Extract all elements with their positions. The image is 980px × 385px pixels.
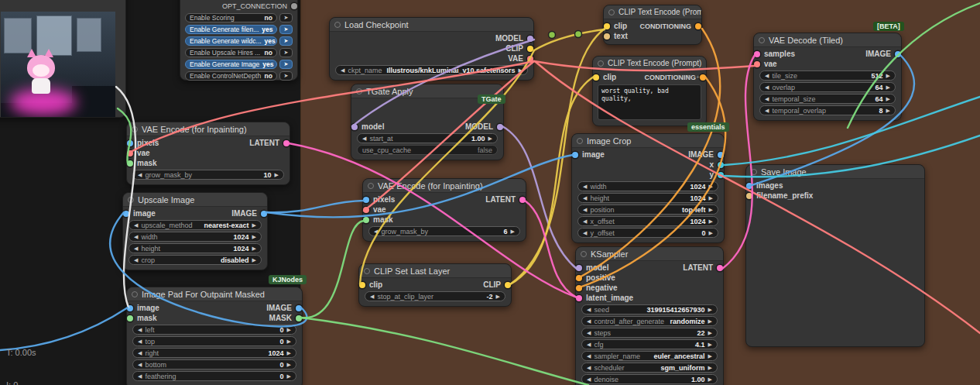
arrow-left-icon[interactable]: ◀ — [583, 230, 587, 235]
port-image-in[interactable] — [127, 305, 133, 311]
run-arrow-icon[interactable]: ➤ — [279, 60, 293, 69]
port-mask-in[interactable] — [127, 315, 133, 321]
port-text-in[interactable] — [604, 33, 610, 40]
widget-start-at[interactable]: ◀ start_at 1.00 ▶ — [357, 133, 498, 143]
arrow-left-icon[interactable]: ◀ — [362, 136, 366, 141]
port-latent-out[interactable] — [519, 197, 526, 203]
arrow-left-icon[interactable]: ◀ — [134, 222, 138, 228]
arrow-right-icon[interactable]: ▶ — [252, 257, 256, 263]
arrow-right-icon[interactable]: ▶ — [496, 294, 500, 299]
node-title-bar[interactable]: KSampler — [576, 247, 723, 261]
arrow-right-icon[interactable]: ▶ — [708, 307, 712, 312]
arrow-left-icon[interactable]: ◀ — [765, 96, 769, 101]
widget-height[interactable]: ◀ height 1024 ▶ — [128, 243, 262, 253]
node-upscale-image[interactable]: Upscale Image image IMAGE ◀ upscale_meth… — [122, 192, 268, 270]
port-image-out[interactable] — [296, 305, 302, 311]
widget-left[interactable]: ◀ left 0 ▶ — [132, 325, 296, 335]
node-ksampler[interactable]: KSampler model LATENT positive negative … — [575, 246, 724, 385]
toggle-row-enable-controlnetdepth[interactable]: Enable ControlNetDepthno ➤ — [185, 71, 293, 81]
node-vae-encode-inpainting-center[interactable]: VAE Encode (for Inpainting) pixels LATEN… — [362, 178, 526, 242]
node-clip-text-encode-a[interactable]: CLIP Text Encode (Prompt) clip CONDITION… — [603, 5, 702, 45]
text-widget-tool-icons[interactable]: ⊙ ⊕ + — [676, 74, 701, 81]
arrow-right-icon[interactable]: ▶ — [708, 365, 712, 370]
node-title-bar[interactable]: Upscale Image — [123, 193, 267, 207]
widget-seed[interactable]: ◀ seed 319915412657930 ▶ — [581, 304, 718, 315]
run-arrow-icon[interactable]: ➤ — [279, 13, 293, 22]
node-title-bar[interactable]: VAE Decode (Tiled) — [754, 33, 901, 47]
arrow-left-icon[interactable]: ◀ — [134, 246, 138, 251]
toggle-row-enable-generate-filename[interactable]: Enable Generate filen...yes ➤ — [185, 25, 293, 34]
prompt-textarea[interactable]: worst quality, bad quality, — [598, 84, 701, 120]
widget-scheduler[interactable]: ◀ scheduler sgm_uniform ▶ — [581, 363, 718, 373]
run-arrow-icon[interactable]: ➤ — [279, 36, 293, 46]
arrow-right-icon[interactable]: ▶ — [287, 350, 291, 356]
arrow-right-icon[interactable]: ▶ — [488, 136, 492, 141]
arrow-right-icon[interactable]: ▶ — [519, 67, 523, 73]
port-mask-out[interactable] — [296, 315, 302, 321]
toggle-row-enable-generate-wildcard[interactable]: Enable Generate wildc...yes ➤ — [185, 36, 293, 46]
widget-grow-mask-by[interactable]: ◀ grow_mask_by 6 ▶ — [368, 226, 520, 236]
arrow-right-icon[interactable]: ▶ — [708, 376, 712, 382]
port-image-out[interactable] — [718, 152, 724, 158]
collapse-dot[interactable] — [598, 60, 604, 67]
arrow-left-icon[interactable]: ◀ — [134, 257, 138, 263]
node-opt-connection[interactable]: OPT_CONNECTION Enable Scoringno ➤ Enable… — [180, 0, 298, 81]
port-clip-out[interactable] — [527, 46, 533, 52]
port-images-in[interactable] — [746, 183, 752, 189]
widget-y-offset[interactable]: ◀ y_offset 0 ▶ — [577, 228, 718, 238]
widget-bottom[interactable]: ◀ bottom 0 ▶ — [132, 359, 296, 370]
port-negative-in[interactable] — [576, 285, 582, 291]
arrow-left-icon[interactable]: ◀ — [341, 67, 344, 73]
widget-cfg[interactable]: ◀ cfg 4.1 ▶ — [581, 339, 718, 349]
port-mask-in[interactable] — [363, 217, 369, 223]
arrow-right-icon[interactable]: ▶ — [287, 362, 291, 367]
port-pixels-in[interactable] — [363, 197, 369, 203]
port-latent-image-in[interactable] — [576, 295, 582, 301]
arrow-left-icon[interactable]: ◀ — [138, 172, 142, 177]
port-filename-prefix-in[interactable] — [746, 193, 752, 199]
port-image-out[interactable] — [261, 211, 267, 217]
arrow-left-icon[interactable]: ◀ — [138, 350, 142, 356]
run-arrow-icon[interactable]: ➤ — [279, 48, 293, 57]
node-vae-decode-tiled[interactable]: VAE Decode (Tiled) samples IMAGE vae ◀ t… — [753, 33, 902, 121]
collapse-dot[interactable] — [608, 9, 615, 15]
port-positive-in[interactable] — [576, 275, 582, 281]
port-model-out[interactable] — [497, 124, 503, 130]
arrow-left-icon[interactable]: ◀ — [370, 294, 374, 299]
widget-height[interactable]: ◀ height 1024 ▶ — [577, 193, 718, 203]
arrow-right-icon[interactable]: ▶ — [886, 84, 890, 90]
widget-control-after-generate[interactable]: ◀ control_after_generate randomize ▶ — [581, 316, 718, 326]
arrow-right-icon[interactable]: ▶ — [252, 234, 256, 239]
arrow-right-icon[interactable]: ▶ — [886, 96, 890, 101]
port-image-in[interactable] — [123, 211, 129, 217]
collapse-dot[interactable] — [356, 88, 362, 95]
arrow-right-icon[interactable]: ▶ — [709, 184, 713, 189]
arrow-right-icon[interactable]: ▶ — [708, 353, 712, 359]
port-opt-connection-out[interactable] — [291, 3, 297, 9]
widget-ckpt-name[interactable]: ◀ ckpt_name Illustrous/knkLuminai_v10.sa… — [335, 65, 528, 75]
widget-tile-size[interactable]: ◀ tile_size 512 ▶ — [759, 70, 896, 81]
arrow-left-icon[interactable]: ◀ — [583, 218, 587, 224]
arrow-right-icon[interactable]: ▶ — [287, 327, 291, 332]
arrow-right-icon[interactable]: ▶ — [709, 207, 713, 212]
widget-upscale-method[interactable]: ◀ upscale_method nearest-exact ▶ — [128, 220, 262, 230]
node-clip-text-encode-b[interactable]: CLIP Text Encode (Prompt) ⊙ ⊕ + clip CON… — [592, 56, 707, 126]
arrow-left-icon[interactable]: ◀ — [765, 84, 769, 90]
port-clip-in[interactable] — [359, 282, 365, 288]
node-title-bar[interactable]: Load Checkpoint — [330, 18, 533, 32]
widget-width[interactable]: ◀ width 1024 ▶ — [128, 232, 262, 242]
port-vae-in[interactable] — [363, 207, 369, 213]
port-clip-in[interactable] — [604, 23, 610, 29]
arrow-left-icon[interactable]: ◀ — [587, 318, 591, 324]
port-samples-in[interactable] — [754, 51, 760, 57]
widget-stop-at-clip-layer[interactable]: ◀ stop_at_clip_layer -2 ▶ — [365, 291, 505, 301]
node-title-bar[interactable]: VAE Encode (for Inpainting) — [363, 179, 526, 193]
arrow-left-icon[interactable]: ◀ — [765, 73, 769, 78]
arrow-left-icon[interactable]: ◀ — [138, 327, 142, 332]
widget-width[interactable]: ◀ width 1024 ▶ — [577, 181, 718, 191]
arrow-left-icon[interactable]: ◀ — [587, 307, 591, 312]
widget-x-offset[interactable]: ◀ x_offset 1024 ▶ — [577, 216, 718, 226]
arrow-left-icon[interactable]: ◀ — [138, 373, 142, 379]
arrow-left-icon[interactable]: ◀ — [138, 339, 142, 344]
node-title-bar[interactable]: CLIP Text Encode (Prompt) — [593, 57, 706, 70]
